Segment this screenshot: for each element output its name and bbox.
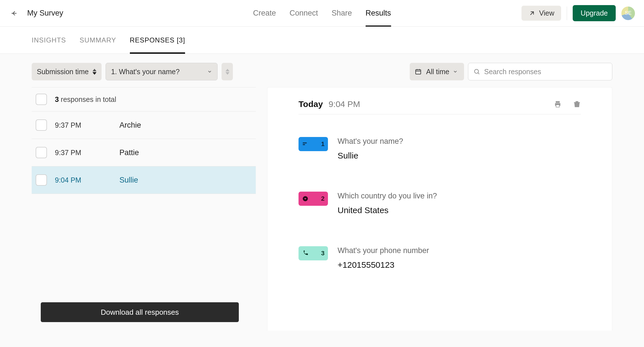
upgrade-button[interactable]: Upgrade (573, 5, 616, 21)
row-time: 9:04 PM (55, 176, 111, 184)
chevron-down-icon (207, 68, 212, 76)
external-link-icon (528, 10, 536, 17)
tab-results[interactable]: Results (366, 0, 391, 27)
subtab-responses[interactable]: Responses [3] (130, 27, 185, 54)
svg-rect-5 (576, 101, 578, 102)
row-name: Pattie (119, 148, 139, 157)
date-filter-dropdown[interactable]: All time (410, 63, 464, 80)
topbar-actions: View Upgrade SE (521, 5, 635, 21)
response-detail: Today 9:04 PM 1 What's your name? Sullie (267, 87, 612, 331)
response-row[interactable]: 9:37 PM Pattie (32, 139, 256, 166)
response-row[interactable]: 9:04 PM Sullie (32, 166, 256, 194)
row-checkbox[interactable] (36, 174, 47, 186)
subtab-summary[interactable]: Summary (80, 27, 116, 54)
chevron-down-icon (453, 68, 459, 76)
svg-point-1 (475, 69, 478, 73)
answer-text: United States (338, 205, 437, 215)
answer-block: 2 Which country do you live in? United S… (299, 192, 581, 215)
search-box[interactable] (468, 63, 612, 80)
text-icon (302, 141, 309, 147)
view-button[interactable]: View (521, 6, 561, 21)
secondary-sort-button[interactable] (222, 63, 233, 80)
response-row[interactable]: 9:37 PM Archie (32, 112, 256, 139)
row-checkbox[interactable] (36, 147, 47, 158)
question-filter-dropdown[interactable]: 1. What's your name? (106, 63, 218, 80)
subtab-insights[interactable]: Insights (32, 27, 66, 54)
download-all-button[interactable]: Download all responses (41, 302, 239, 322)
avatar[interactable]: SE (621, 7, 635, 20)
question-text: Which country do you live in? (338, 192, 437, 200)
phone-icon (302, 250, 309, 257)
svg-rect-6 (574, 102, 580, 103)
answer-block: 1 What's your name? Sullie (299, 137, 581, 160)
row-time: 9:37 PM (55, 149, 111, 157)
tab-connect[interactable]: Connect (289, 0, 318, 27)
trash-icon[interactable] (573, 100, 581, 108)
main-nav-tabs: Create Connect Share Results (253, 0, 391, 27)
row-checkbox[interactable] (36, 119, 47, 131)
view-button-label: View (539, 9, 554, 17)
sort-by-dropdown[interactable]: Submission time (32, 63, 102, 80)
question-badge: 2 (299, 192, 328, 206)
download-wrap: Download all responses (32, 297, 256, 331)
content-area: Submission time 1. What's your name? All… (0, 54, 644, 347)
filter-toolbar: Submission time 1. What's your name? All… (0, 54, 644, 87)
divider (567, 7, 567, 20)
arrow-left-icon (10, 9, 18, 17)
question-badge: 1 (299, 137, 328, 151)
row-name: Archie (119, 121, 141, 130)
answer-block: 3 What's your phone number +12015550123 (299, 246, 581, 270)
row-name: Sullie (119, 176, 138, 185)
tab-share[interactable]: Share (332, 0, 352, 27)
back-button[interactable] (9, 8, 19, 18)
svg-rect-2 (556, 101, 560, 103)
detail-header: Today 9:04 PM (299, 99, 581, 114)
question-number: 3 (321, 250, 325, 257)
answer-text: +12015550123 (338, 260, 429, 270)
top-bar: My Survey Create Connect Share Results V… (0, 0, 644, 27)
svg-rect-0 (416, 70, 421, 74)
detail-actions (554, 100, 581, 108)
response-list: 3 responses in total 9:37 PM Archie 9:37… (32, 87, 256, 331)
search-icon (473, 68, 480, 75)
main-columns: 3 responses in total 9:37 PM Archie 9:37… (0, 87, 644, 331)
answer-text: Sullie (338, 151, 403, 160)
question-text: What's your name? (338, 137, 403, 146)
page-title: My Survey (27, 9, 63, 18)
svg-rect-4 (556, 105, 559, 107)
question-number: 2 (321, 195, 325, 202)
detail-time: 9:04 PM (329, 99, 360, 109)
detail-date: Today (299, 99, 323, 109)
search-input[interactable] (484, 68, 607, 76)
question-badge: 3 (299, 246, 328, 260)
question-filter-value: 1. What's your name? (111, 68, 179, 76)
sort-by-label: Submission time (37, 68, 89, 76)
list-header: 3 responses in total (32, 87, 256, 112)
response-count: 3 responses in total (55, 95, 116, 104)
answers-list: 1 What's your name? Sullie 2 Which count… (299, 114, 581, 270)
row-time: 9:37 PM (55, 121, 111, 129)
sort-arrows-icon (226, 69, 229, 75)
print-icon[interactable] (554, 100, 562, 108)
calendar-icon (415, 68, 422, 75)
tab-create[interactable]: Create (253, 0, 276, 27)
question-number: 1 (321, 140, 325, 148)
sort-arrows-icon (93, 69, 96, 75)
question-text: What's your phone number (338, 246, 429, 255)
select-all-checkbox[interactable] (36, 94, 47, 105)
dropdown-icon (302, 195, 309, 202)
sub-tabs: Insights Summary Responses [3] (0, 27, 644, 54)
date-filter-value: All time (426, 68, 449, 76)
